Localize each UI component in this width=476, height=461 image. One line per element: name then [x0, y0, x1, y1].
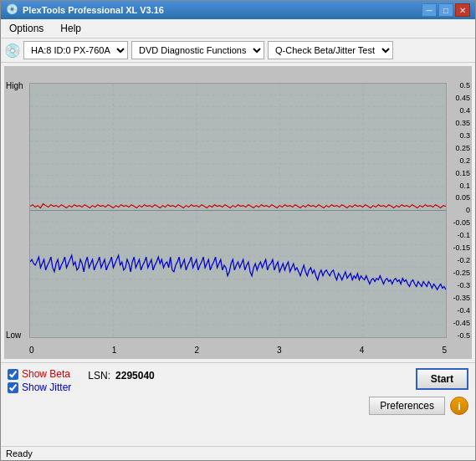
status-text: Ready — [6, 448, 33, 458]
y-low-label: Low — [6, 330, 21, 340]
y-label-n0.45: -0.45 — [453, 319, 470, 327]
y-label-n0.1: -0.1 — [457, 231, 470, 239]
y-label-n0.3: -0.3 — [457, 281, 470, 289]
chart-svg — [30, 84, 446, 337]
y-label-0.1: 0.1 — [459, 182, 470, 190]
y-label-0.15: 0.15 — [455, 169, 470, 177]
y-label-n0.5: -0.5 — [457, 331, 470, 340]
options-menu[interactable]: Options — [4, 21, 49, 36]
checkbox-group: Show Beta Show Jitter — [8, 368, 71, 393]
y-label-0.05: 0.05 — [455, 193, 470, 202]
help-menu[interactable]: Help — [55, 21, 86, 36]
y-label-0.3: 0.3 — [459, 131, 470, 140]
title-bar: 💿 PlexTools Professional XL V3.16 ─ □ ✕ — [1, 1, 475, 19]
main-window: 💿 PlexTools Professional XL V3.16 ─ □ ✕ … — [0, 0, 476, 461]
x-label-3: 3 — [277, 346, 282, 355]
y-label-n0.4: -0.4 — [457, 306, 470, 315]
lsn-area: LSN: 2295040 — [88, 370, 154, 382]
minimize-button[interactable]: ─ — [422, 3, 437, 17]
chart-area: High Low — [4, 66, 472, 359]
show-beta-item: Show Beta — [8, 368, 71, 380]
y-label-n0.25: -0.25 — [453, 269, 470, 277]
show-beta-label: Show Beta — [22, 368, 70, 380]
y-label-n0.15: -0.15 — [453, 243, 470, 252]
y-label-0.5: 0.5 — [459, 81, 470, 90]
x-label-1: 1 — [112, 346, 117, 355]
y-label-n0.35: -0.35 — [453, 294, 470, 302]
close-button[interactable]: ✕ — [455, 3, 470, 17]
function-select[interactable]: DVD Diagnostic Functions — [131, 41, 264, 59]
title-text: PlexTools Professional XL V3.16 — [23, 5, 422, 15]
x-axis-labels: 0 1 2 3 4 5 — [29, 346, 447, 355]
y-label-0.2: 0.2 — [459, 156, 470, 165]
drive-icon: 💿 — [4, 43, 21, 59]
menu-bar: Options Help — [1, 19, 475, 38]
x-label-4: 4 — [360, 346, 365, 355]
x-label-0: 0 — [29, 346, 34, 355]
start-button[interactable]: Start — [416, 368, 468, 390]
bottom-controls-row: Show Beta Show Jitter LSN: 2295040 Start — [8, 368, 468, 393]
y-label-0.4: 0.4 — [459, 106, 470, 115]
lsn-value: 2295040 — [115, 370, 155, 382]
bottom-panel: Show Beta Show Jitter LSN: 2295040 Start… — [1, 362, 475, 446]
maximize-button[interactable]: □ — [438, 3, 453, 17]
drive-select[interactable]: HA:8 ID:0 PX-760A — [23, 41, 128, 59]
y-label-0: 0 — [466, 206, 470, 214]
show-beta-checkbox[interactable] — [8, 369, 18, 380]
bottom-actions-row: Preferences i — [8, 397, 468, 415]
info-button[interactable]: i — [450, 397, 468, 415]
window-controls: ─ □ ✕ — [422, 3, 470, 17]
show-jitter-item: Show Jitter — [8, 382, 71, 393]
toolbar: 💿 HA:8 ID:0 PX-760A DVD Diagnostic Funct… — [1, 38, 475, 63]
y-label-0.25: 0.25 — [455, 144, 470, 152]
drive-selector-area: 💿 HA:8 ID:0 PX-760A — [4, 41, 128, 59]
chart-plot — [29, 83, 447, 338]
y-high-label: High — [6, 81, 23, 90]
show-jitter-checkbox[interactable] — [8, 382, 18, 393]
show-jitter-label: Show Jitter — [22, 382, 71, 393]
y-label-n0.2: -0.2 — [457, 256, 470, 264]
preferences-button[interactable]: Preferences — [369, 397, 445, 415]
test-select[interactable]: Q-Check Beta/Jitter Test — [268, 41, 393, 59]
x-label-5: 5 — [442, 346, 447, 355]
y-label-n0.05: -0.05 — [453, 218, 470, 227]
x-label-2: 2 — [194, 346, 199, 355]
y-label-0.35: 0.35 — [455, 119, 470, 127]
status-bar: Ready — [1, 446, 475, 460]
y-label-0.45: 0.45 — [455, 94, 470, 102]
app-icon: 💿 — [6, 3, 19, 17]
lsn-label: LSN: — [88, 370, 110, 382]
